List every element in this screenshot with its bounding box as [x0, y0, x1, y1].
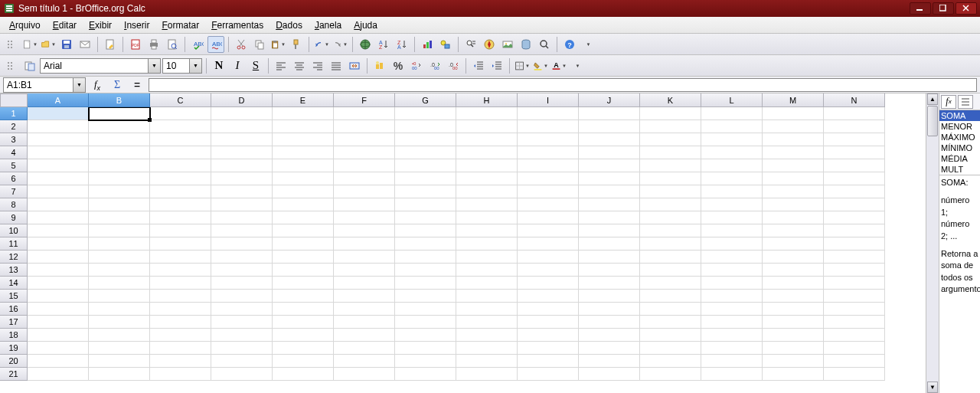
cell[interactable] [28, 172, 89, 185]
cell[interactable] [273, 355, 334, 368]
cell[interactable] [395, 251, 456, 264]
cell[interactable] [273, 264, 334, 277]
cell[interactable] [518, 316, 579, 329]
scroll-down-icon[interactable]: ▼ [927, 382, 938, 393]
cell[interactable] [579, 185, 640, 198]
cell[interactable] [763, 368, 824, 381]
cell[interactable] [150, 290, 211, 303]
cell[interactable] [334, 211, 395, 224]
cell[interactable] [395, 172, 456, 185]
cell[interactable] [824, 264, 885, 277]
cell[interactable] [640, 172, 701, 185]
cell[interactable] [456, 211, 518, 224]
cell[interactable] [150, 368, 211, 381]
cell[interactable] [763, 198, 824, 211]
sum-button[interactable]: Σ [109, 77, 126, 93]
name-box-input[interactable] [4, 78, 73, 92]
cell[interactable] [518, 159, 579, 172]
cell[interactable] [640, 211, 701, 224]
cell[interactable] [334, 159, 395, 172]
cell[interactable] [273, 185, 334, 198]
cell[interactable] [150, 277, 211, 290]
cell[interactable] [579, 277, 640, 290]
cell[interactable] [701, 264, 763, 277]
print-button[interactable] [145, 36, 162, 53]
cell[interactable] [334, 368, 395, 381]
cell[interactable] [456, 159, 518, 172]
column-header[interactable]: A [28, 93, 89, 107]
cell[interactable] [395, 342, 456, 355]
dropdown-icon[interactable]: ▼ [148, 59, 160, 73]
paste-button[interactable]: ▼ [270, 36, 286, 53]
cell[interactable] [334, 342, 395, 355]
row-header[interactable]: 17 [0, 316, 28, 329]
cell[interactable] [640, 316, 701, 329]
cell[interactable] [763, 133, 824, 146]
cell[interactable] [824, 185, 885, 198]
cell[interactable] [701, 224, 763, 237]
new-button[interactable]: ▼ [21, 36, 38, 53]
cell[interactable] [579, 368, 640, 381]
function-list[interactable]: SOMAMENORMÁXIMOMÍNIMOMÉDIAMULT [939, 110, 980, 175]
auto-spellcheck-button[interactable]: ABC [207, 36, 224, 53]
cell[interactable] [89, 237, 150, 251]
copy-button[interactable] [251, 36, 268, 53]
cell[interactable] [273, 107, 334, 120]
cell[interactable] [579, 329, 640, 342]
cell[interactable] [211, 146, 273, 159]
column-header[interactable]: B [89, 93, 150, 107]
menu-ajuda[interactable]: Ajuda [349, 18, 382, 32]
cell[interactable] [211, 251, 273, 264]
cell[interactable] [273, 277, 334, 290]
maximize-button[interactable] [933, 2, 954, 15]
cell[interactable] [579, 316, 640, 329]
cell[interactable] [273, 368, 334, 381]
number-format-button[interactable]: •000 [408, 57, 425, 74]
cell[interactable] [395, 133, 456, 146]
row-header[interactable]: 2 [0, 120, 28, 133]
cell[interactable] [28, 355, 89, 368]
row-header[interactable]: 19 [0, 342, 28, 355]
cell[interactable] [89, 368, 150, 381]
cell[interactable] [211, 368, 273, 381]
cell[interactable] [334, 329, 395, 342]
cell[interactable] [701, 290, 763, 303]
bold-button[interactable]: N [211, 57, 227, 74]
function-item[interactable]: MULT [939, 164, 980, 175]
close-button[interactable] [956, 2, 977, 15]
cell[interactable] [518, 120, 579, 133]
cell[interactable] [518, 224, 579, 237]
cell[interactable] [518, 264, 579, 277]
cell[interactable] [395, 264, 456, 277]
cell[interactable] [211, 224, 273, 237]
cell[interactable] [28, 133, 89, 146]
menu-dados[interactable]: Dados [271, 18, 307, 32]
cell[interactable] [334, 146, 395, 159]
cell[interactable] [518, 185, 579, 198]
row-header[interactable]: 6 [0, 172, 28, 185]
column-header[interactable]: D [211, 93, 273, 107]
cell[interactable] [640, 107, 701, 120]
cell[interactable] [456, 224, 518, 237]
cell[interactable] [395, 277, 456, 290]
cell[interactable] [640, 342, 701, 355]
row-header[interactable]: 5 [0, 159, 28, 172]
cell[interactable] [640, 224, 701, 237]
cell[interactable] [824, 237, 885, 251]
navigator-button[interactable] [481, 36, 498, 53]
cell[interactable] [824, 211, 885, 224]
spreadsheet-grid[interactable]: ABCDEFGHIJKLMN 1234567891011121314151617… [0, 93, 926, 393]
cell[interactable] [763, 251, 824, 264]
cell[interactable] [334, 172, 395, 185]
column-header[interactable]: E [273, 93, 334, 107]
cell[interactable] [395, 237, 456, 251]
align-right-button[interactable] [309, 57, 326, 74]
cell[interactable] [579, 224, 640, 237]
column-header[interactable]: N [824, 93, 885, 107]
fx-panel-list-button[interactable] [958, 95, 973, 109]
zoom-button[interactable] [536, 36, 553, 53]
cell[interactable] [579, 303, 640, 316]
cell[interactable] [518, 146, 579, 159]
cell[interactable] [89, 211, 150, 224]
menu-editar[interactable]: Editar [48, 18, 81, 32]
